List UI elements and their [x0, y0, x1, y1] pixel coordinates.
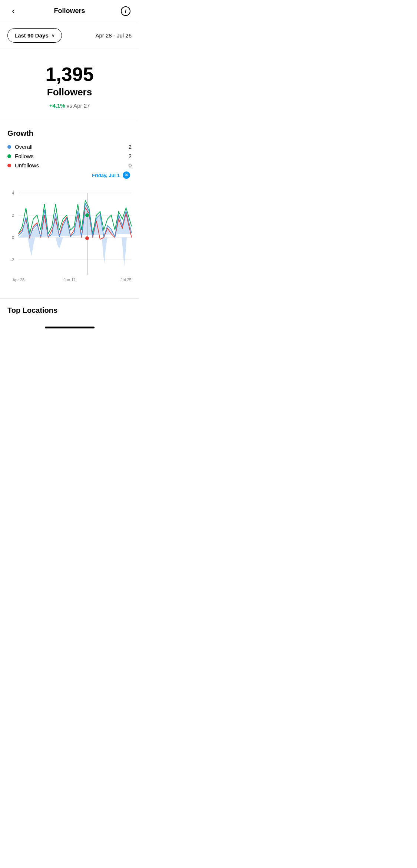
- close-icon: ✕: [125, 173, 128, 177]
- unfollows-dot: [7, 164, 11, 167]
- svg-marker-8: [28, 238, 35, 256]
- chart-svg: 4 2 0 -2 Apr 28 Jun 11: [7, 182, 132, 287]
- close-date-button[interactable]: ✕: [123, 171, 130, 179]
- stats-section: 1,395 Followers +4.1% vs Apr 27: [0, 49, 139, 120]
- svg-text:Apr 28: Apr 28: [13, 278, 24, 282]
- chart-date-text: Friday, Jul 1: [92, 173, 120, 178]
- followers-count: 1,395: [7, 64, 132, 85]
- growth-section: Growth Overall 2 Follows 2 Unfollows 0: [0, 120, 139, 168]
- unfollows-label: Unfollows: [15, 162, 39, 168]
- svg-text:4: 4: [12, 191, 14, 195]
- legend-item-unfollows: Unfollows 0: [7, 162, 132, 168]
- bottom-title: Top Locations: [7, 306, 132, 315]
- chart-container: Friday, Jul 1 ✕ 4 2 0 -2: [0, 171, 139, 295]
- info-icon: i: [121, 6, 130, 16]
- svg-text:0: 0: [12, 235, 14, 240]
- svg-marker-9: [56, 238, 63, 249]
- growth-title: Growth: [7, 129, 132, 138]
- svg-text:Jun 11: Jun 11: [63, 278, 76, 282]
- follows-dot: [7, 154, 11, 158]
- svg-marker-11: [122, 238, 127, 267]
- follows-label: Follows: [15, 153, 34, 159]
- overall-value: 2: [129, 144, 132, 150]
- stats-change: +4.1% vs Apr 27: [7, 102, 132, 109]
- chart-date-label: Friday, Jul 1 ✕: [7, 171, 132, 179]
- date-filter-label: Last 90 Days: [14, 32, 49, 39]
- change-vs: vs Apr 27: [67, 102, 90, 109]
- header-title: Followers: [54, 7, 85, 15]
- date-range-label: Apr 28 - Jul 26: [95, 32, 132, 39]
- home-bar: [45, 327, 95, 328]
- unfollows-value: 0: [129, 162, 132, 168]
- chevron-down-icon: ∨: [52, 33, 55, 38]
- bottom-section: Top Locations: [0, 298, 139, 315]
- back-icon: ‹: [12, 6, 14, 16]
- overall-label: Overall: [15, 144, 33, 150]
- back-button[interactable]: ‹: [7, 5, 19, 17]
- svg-text:-2: -2: [10, 258, 14, 262]
- overall-dot: [7, 145, 11, 149]
- header: ‹ Followers i: [0, 0, 139, 22]
- svg-text:2: 2: [12, 213, 14, 217]
- svg-text:Jul 25: Jul 25: [120, 278, 131, 282]
- svg-marker-10: [102, 238, 107, 263]
- change-pct: +4.1%: [49, 102, 65, 109]
- date-filter-button[interactable]: Last 90 Days ∨: [7, 28, 62, 43]
- date-bar: Last 90 Days ∨ Apr 28 - Jul 26: [0, 22, 139, 49]
- svg-point-13: [85, 213, 89, 217]
- home-indicator: [0, 322, 139, 331]
- legend-item-overall: Overall 2: [7, 144, 132, 150]
- follows-value: 2: [129, 153, 132, 159]
- legend-item-follows: Follows 2: [7, 153, 132, 159]
- legend: Overall 2 Follows 2 Unfollows 0: [7, 144, 132, 168]
- info-button[interactable]: i: [120, 5, 132, 17]
- stats-label: Followers: [7, 86, 132, 98]
- svg-point-14: [85, 236, 89, 240]
